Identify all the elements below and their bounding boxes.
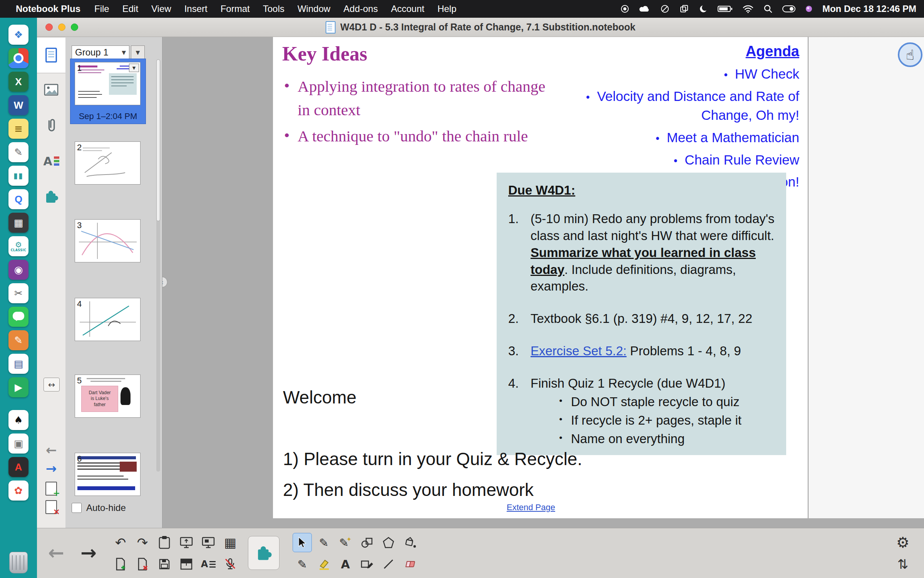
app-indicator-dot-icon[interactable] [805, 5, 813, 13]
dock-item-media[interactable]: ▶ [8, 377, 28, 397]
dock-item-quicktime[interactable]: Q [8, 189, 28, 209]
pen-tool-2[interactable]: ✎ [293, 554, 312, 574]
group-menu-button[interactable]: ▼ [131, 45, 145, 59]
spotlight-search-icon[interactable] [763, 4, 773, 14]
next-page-button[interactable]: → [43, 461, 60, 476]
previous-page-button[interactable]: ← [43, 442, 60, 458]
dock-item-editor[interactable]: ▤ [8, 354, 28, 374]
microphone-off-button[interactable] [221, 554, 240, 574]
dock-item-utilities[interactable]: ✂ [8, 283, 28, 303]
minimize-window-button[interactable] [58, 24, 65, 31]
save-button[interactable] [155, 554, 174, 574]
pen-tool[interactable]: ✎ [314, 533, 333, 552]
menu-file[interactable]: File [88, 3, 116, 14]
thumbnail-page-3[interactable]: 3 [75, 219, 141, 262]
dock-trash[interactable] [9, 552, 28, 573]
dock-item-word[interactable]: W [8, 95, 28, 115]
menu-bar-clock[interactable]: Mon Dec 18 12:46 PM [822, 3, 916, 14]
table-button[interactable]: ▦ [221, 533, 240, 552]
thumbnail-menu-button[interactable]: ▼ [129, 64, 139, 72]
fill-tool[interactable] [400, 533, 420, 552]
dock-item-podcasts[interactable]: ◉ [8, 260, 28, 280]
delete-page-button[interactable]: × [43, 499, 60, 515]
dock-item-launcher[interactable]: ❖ [8, 25, 28, 45]
menu-window[interactable]: Window [291, 3, 337, 14]
menu-edit[interactable]: Edit [116, 3, 145, 14]
battery-icon[interactable] [718, 5, 733, 13]
extend-page-link[interactable]: Extend Page [481, 502, 581, 512]
text-tool[interactable]: A [336, 554, 355, 574]
menu-account[interactable]: Account [384, 3, 431, 14]
settings-gear-button[interactable]: ⚙ [893, 533, 912, 552]
tab-gallery[interactable] [37, 72, 65, 108]
dock-item-acrobat[interactable]: A [8, 457, 28, 477]
dock-item-excel[interactable]: X [8, 72, 28, 92]
do-not-disturb-icon[interactable] [660, 4, 670, 14]
menu-addons[interactable]: Add-ons [337, 3, 384, 14]
exercise-set-link[interactable]: Exercise Set 5.2: [531, 344, 626, 358]
tab-page-sorter[interactable] [37, 37, 65, 73]
copy-windows-icon[interactable] [679, 4, 689, 14]
dock-item-charts[interactable]: ▮▮ [8, 166, 28, 186]
highlighter-icon [318, 558, 330, 570]
polygon-tool[interactable] [379, 533, 398, 552]
paste-button[interactable] [155, 533, 174, 552]
zoom-window-button[interactable] [71, 24, 78, 31]
thumbnail-page-5[interactable]: 5 Dart Vader is Luke's father [75, 375, 141, 418]
dock-item-stamps[interactable]: ▣ [8, 434, 28, 454]
group-dropdown[interactable]: Group 1 ▼ [72, 45, 129, 59]
forward-button[interactable]: → [77, 541, 100, 565]
menu-format[interactable]: Format [214, 3, 256, 14]
text-sort-button[interactable]: A [199, 554, 218, 574]
shapes-tool[interactable] [357, 533, 377, 552]
thumbnail-scrollbar-thumb[interactable] [156, 59, 160, 221]
dock-item-notes[interactable]: ✎ [8, 142, 28, 162]
menu-tools[interactable]: Tools [256, 3, 291, 14]
menu-insert[interactable]: Insert [178, 3, 214, 14]
insert-page-button[interactable]: + [43, 481, 60, 496]
dock-item-messages[interactable] [8, 307, 28, 327]
screen-shade-button[interactable] [177, 554, 196, 574]
thumbnail-page-4[interactable]: 4 [75, 298, 141, 341]
menu-help[interactable]: Help [431, 3, 463, 14]
toolbar-move-button[interactable]: ⇅ [893, 554, 912, 574]
dock-item-classic[interactable]: ⚙ CLASSIC [8, 236, 28, 256]
menu-view[interactable]: View [145, 3, 178, 14]
creative-pen-tool[interactable]: ✎✦ [336, 533, 355, 552]
dock-item-spades[interactable]: ♠ [8, 410, 28, 430]
undo-button[interactable]: ↶ [111, 533, 130, 552]
new-page-button[interactable] [111, 554, 130, 574]
tab-addons[interactable] [37, 179, 65, 214]
redo-button[interactable]: ↷ [133, 533, 152, 552]
addons-puzzle-button[interactable] [248, 536, 280, 570]
wifi-icon[interactable] [742, 4, 754, 13]
tab-properties[interactable]: A [37, 143, 65, 179]
cloud-icon[interactable] [639, 4, 651, 13]
highlighter-tool[interactable] [314, 554, 333, 574]
thumbnail-page-2[interactable]: 2 [75, 141, 141, 185]
swap-panel-button[interactable]: ↔ [44, 378, 60, 391]
export-screen-button[interactable] [199, 533, 218, 552]
dark-mode-moon-icon[interactable] [698, 4, 708, 14]
thumbnail-page-6[interactable]: 6 [75, 453, 141, 496]
shape-recognition-pen-tool[interactable] [357, 554, 377, 574]
control-center-icon[interactable] [782, 5, 795, 13]
screen-capture-button[interactable] [177, 533, 196, 552]
dock-item-calculator[interactable]: ▦ [8, 213, 28, 233]
screen-record-icon[interactable] [620, 4, 630, 14]
thumbnail-page-1[interactable]: 1 ▼ [75, 62, 141, 105]
auto-hide-checkbox[interactable] [72, 503, 82, 513]
eraser-tool[interactable] [400, 554, 420, 574]
dock-item-photos[interactable]: ✿ [8, 481, 28, 501]
tab-attachments[interactable] [37, 108, 65, 143]
select-tool[interactable] [293, 533, 312, 552]
line-tool[interactable] [379, 554, 398, 574]
close-window-button[interactable] [45, 24, 53, 31]
dock-item-chrome[interactable] [8, 48, 28, 68]
thumbnail-1-selected[interactable]: 1 ▼ Sep 1–2:04 PM [70, 59, 146, 124]
dock-item-pencil-app[interactable]: ✎ [8, 330, 28, 350]
delete-page-button[interactable] [133, 554, 152, 574]
dock-item-stickies[interactable]: ≡ [8, 119, 28, 139]
menu-app-name[interactable]: Notebook Plus [8, 3, 88, 14]
back-button[interactable]: ← [45, 541, 68, 565]
